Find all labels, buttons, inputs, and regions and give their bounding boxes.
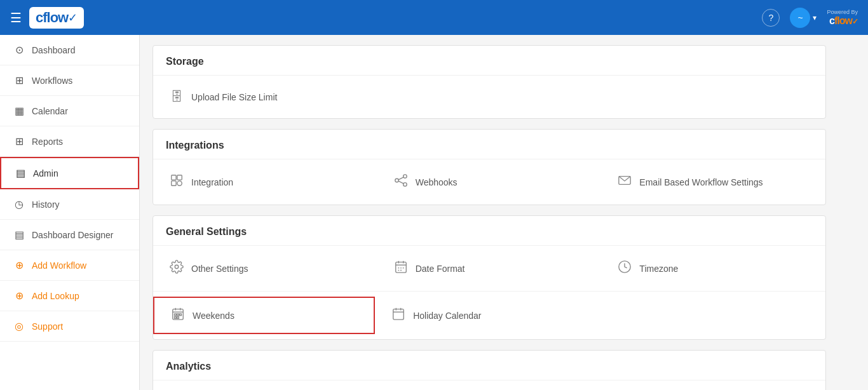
svg-line-7 xyxy=(398,177,403,180)
logo-box[interactable]: cflow ✓ xyxy=(29,7,84,29)
sidebar-item-label: Add Lookup xyxy=(32,291,79,301)
workflow-analytics-item[interactable]: Workflow Analytics xyxy=(153,386,377,390)
history-icon: ◷ xyxy=(13,198,25,210)
svg-rect-2 xyxy=(172,181,176,185)
svg-rect-25 xyxy=(175,314,177,316)
weekends-icon xyxy=(170,307,186,324)
add-lookup-icon: ⊕ xyxy=(13,290,25,302)
integration-label: Integration xyxy=(191,177,233,187)
logo-checkmark-icon: ✓ xyxy=(68,11,78,25)
sidebar-item-label: Add Workflow xyxy=(32,260,86,271)
hamburger-menu[interactable]: ☰ xyxy=(10,10,22,25)
email-workflow-icon xyxy=(616,173,633,191)
svg-point-5 xyxy=(403,175,407,178)
sidebar: ⊙ Dashboard ⊞ Workflows ▦ Calendar ⊞ Rep… xyxy=(0,35,140,390)
sidebar-item-support[interactable]: ◎ Support xyxy=(0,311,139,342)
storage-section-header: Storage xyxy=(153,46,825,76)
svg-rect-26 xyxy=(177,314,179,316)
holiday-calendar-label: Holiday Calendar xyxy=(413,311,481,321)
general-settings-section: General Settings Other Settings Date For… xyxy=(153,215,826,340)
sidebar-item-label: Dashboard xyxy=(32,45,76,55)
integrations-items: Integration Webhooks Email Based Workflo… xyxy=(153,159,825,205)
sidebar-item-workflows[interactable]: ⊞ Workflows xyxy=(0,65,139,96)
other-settings-icon xyxy=(168,260,185,277)
sidebar-item-dashboard-designer[interactable]: ▤ Dashboard Designer xyxy=(0,220,139,250)
user-avatar[interactable]: ~ xyxy=(790,8,810,28)
holiday-calendar-icon xyxy=(390,307,407,324)
svg-point-10 xyxy=(175,265,179,269)
powered-by: Powered By cflow✓ xyxy=(827,9,858,27)
svg-rect-30 xyxy=(393,309,404,320)
powered-by-text: Powered By xyxy=(827,9,858,15)
admin-icon: ▤ xyxy=(14,167,27,179)
weekends-item[interactable]: Weekends xyxy=(153,297,375,334)
sidebar-item-history[interactable]: ◷ History xyxy=(0,189,139,220)
weekends-label: Weekends xyxy=(193,311,234,321)
analytics-section: Analytics Workflow Analytics User Analyt… xyxy=(153,350,826,390)
svg-rect-0 xyxy=(172,175,176,180)
holiday-calendar-item[interactable]: Holiday Calendar xyxy=(375,297,597,334)
email-workflow-item[interactable]: Email Based Workflow Settings xyxy=(601,165,825,199)
general-settings-header: General Settings xyxy=(153,216,825,246)
analytics-items: Workflow Analytics User Analytics BAM xyxy=(153,380,825,390)
svg-point-6 xyxy=(403,183,407,187)
content-area: Storage 🗄 Upload File Size Limit Integra… xyxy=(140,35,868,390)
analytics-section-header: Analytics xyxy=(153,351,825,380)
sidebar-item-dashboard[interactable]: ⊙ Dashboard xyxy=(0,35,139,65)
sidebar-item-add-workflow[interactable]: ⊕ Add Workflow xyxy=(0,250,139,281)
sidebar-item-label: Support xyxy=(32,321,63,332)
main-layout: ⊙ Dashboard ⊞ Workflows ▦ Calendar ⊞ Rep… xyxy=(0,35,868,390)
dashboard-designer-icon: ▤ xyxy=(13,229,25,241)
sidebar-item-label: Dashboard Designer xyxy=(32,230,113,240)
timezone-label: Timezone xyxy=(639,264,678,274)
storage-items: 🗄 Upload File Size Limit xyxy=(153,76,825,118)
upload-file-size-limit-item[interactable]: 🗄 Upload File Size Limit xyxy=(153,81,825,113)
sidebar-item-calendar[interactable]: ▦ Calendar xyxy=(0,96,139,126)
sidebar-item-label: Workflows xyxy=(32,76,72,86)
webhooks-icon xyxy=(393,173,409,191)
date-format-label: Date Format xyxy=(416,264,465,274)
email-workflow-label: Email Based Workflow Settings xyxy=(639,177,763,187)
general-settings-row2: Weekends Holiday Calendar xyxy=(153,292,825,339)
webhooks-label: Webhooks xyxy=(416,177,458,187)
integrations-section-header: Integrations xyxy=(153,130,825,159)
help-icon[interactable]: ? xyxy=(762,9,780,27)
webhooks-item[interactable]: Webhooks xyxy=(377,165,602,199)
user-menu[interactable]: ~ ▾ xyxy=(790,8,817,28)
other-settings-item[interactable]: Other Settings xyxy=(153,251,377,286)
svg-point-4 xyxy=(395,178,399,182)
svg-rect-1 xyxy=(177,175,182,180)
svg-line-8 xyxy=(398,181,403,184)
logo-text: cflow xyxy=(36,10,68,26)
storage-section: Storage 🗄 Upload File Size Limit xyxy=(153,45,826,119)
timezone-item[interactable]: Timezone xyxy=(601,251,825,286)
add-workflow-icon: ⊕ xyxy=(13,259,25,271)
workflows-icon: ⊞ xyxy=(13,74,25,86)
content-inner: Storage 🗄 Upload File Size Limit Integra… xyxy=(140,35,839,390)
integrations-section: Integrations Integration Webhooks xyxy=(153,129,826,205)
date-format-item[interactable]: Date Format xyxy=(377,251,602,286)
svg-rect-27 xyxy=(180,314,182,316)
sidebar-item-admin[interactable]: ▤ Admin xyxy=(0,157,139,189)
support-icon: ◎ xyxy=(13,320,25,332)
header-left: ☰ cflow ✓ xyxy=(10,7,84,29)
header-right: ? ~ ▾ Powered By cflow✓ xyxy=(762,8,858,28)
integration-item[interactable]: Integration xyxy=(153,165,377,199)
user-caret-icon[interactable]: ▾ xyxy=(813,13,817,22)
bam-item[interactable]: BAM xyxy=(601,386,825,390)
header: ☰ cflow ✓ ? ~ ▾ Powered By cflow✓ xyxy=(0,0,868,35)
sidebar-item-label: Calendar xyxy=(32,106,68,116)
reports-icon: ⊞ xyxy=(13,135,25,147)
svg-rect-29 xyxy=(177,317,179,319)
sidebar-item-label: History xyxy=(32,199,60,210)
svg-point-3 xyxy=(177,181,182,185)
dashboard-icon: ⊙ xyxy=(13,44,25,56)
calendar-icon: ▦ xyxy=(13,105,25,117)
user-analytics-item[interactable]: User Analytics xyxy=(377,386,602,390)
upload-file-label: Upload File Size Limit xyxy=(191,92,277,102)
timezone-icon xyxy=(616,260,633,277)
sidebar-item-add-lookup[interactable]: ⊕ Add Lookup xyxy=(0,281,139,311)
sidebar-item-reports[interactable]: ⊞ Reports xyxy=(0,126,139,157)
sidebar-item-label: Reports xyxy=(32,137,63,147)
powered-logo: cflow✓ xyxy=(829,15,858,27)
